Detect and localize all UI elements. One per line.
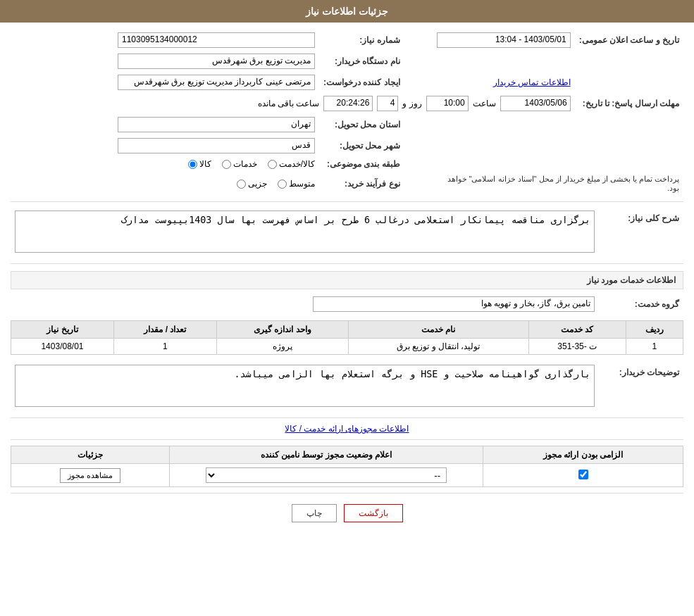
baqi-label: ساعت باقی مانده bbox=[258, 99, 320, 108]
cell-tarikh: 1403/08/01 bbox=[11, 339, 114, 355]
cell-radif: 1 bbox=[626, 339, 683, 355]
perm-col-joziyat: جزئیات bbox=[11, 446, 170, 464]
cell-vahed: پروژه bbox=[216, 339, 348, 355]
shenum-label: شماره نیاز: bbox=[319, 30, 404, 51]
sharh-label: شرح کلی نیاز: bbox=[599, 208, 683, 258]
shenum-value: 1103095134000012 bbox=[118, 32, 315, 48]
eijad-label: ایجاد کننده درخواست: bbox=[319, 72, 404, 93]
radio-kala[interactable]: کالا bbox=[188, 159, 211, 169]
farind-note: پرداخت تمام یا بخشی از مبلغ خریدار از مح… bbox=[433, 172, 683, 196]
services-table: ردیف کد خدمت نام خدمت واحد اندازه گیری ت… bbox=[11, 320, 683, 355]
khadamat-section-title: اطلاعات خدمات مورد نیاز bbox=[11, 271, 683, 289]
radio-kala-khadamat[interactable]: کالا/خدمت bbox=[268, 159, 315, 169]
perm-joziyat-cell: مشاهده مجوز bbox=[11, 464, 170, 487]
eijad-value: مرتضی عینی کاربرداز مدیریت توزیع برق شهر… bbox=[118, 75, 315, 90]
print-button[interactable]: چاپ bbox=[292, 504, 337, 522]
col-vahed: واحد اندازه گیری bbox=[216, 321, 348, 339]
contact-link[interactable]: اطلاعات تماس خریدار bbox=[493, 77, 571, 87]
ostan-label: استان محل تحویل: bbox=[319, 114, 404, 135]
view-license-button[interactable]: مشاهده مجوز bbox=[60, 468, 120, 483]
col-kod: کد خدمت bbox=[528, 321, 626, 339]
col-nam: نام خدمت bbox=[348, 321, 528, 339]
radio-kala-input[interactable] bbox=[188, 160, 197, 169]
tarikh-elan-label: تاریخ و ساعت اعلان عمومی: bbox=[575, 30, 683, 51]
cell-nam: تولید، انتقال و توزیع برق bbox=[348, 339, 528, 355]
dastgah-label: نام دستگاه خریدار: bbox=[319, 51, 404, 72]
mohlat-roz: 4 bbox=[377, 96, 398, 111]
radio-motavaset[interactable]: متوسط bbox=[278, 179, 315, 189]
mohlat-date: 1403/05/06 bbox=[500, 96, 571, 111]
mohlat-saat: 10:00 bbox=[426, 96, 469, 111]
col-tedad: تعداد / مقدار bbox=[113, 321, 216, 339]
radio-jozi[interactable]: جزیی bbox=[237, 179, 267, 189]
col-tarikh: تاریخ نیاز bbox=[11, 321, 114, 339]
ostan-value: تهران bbox=[118, 117, 315, 132]
radio-jozi-label: جزیی bbox=[248, 179, 267, 189]
table-row: --مشاهده مجوز bbox=[11, 464, 683, 487]
radio-jozi-input[interactable] bbox=[237, 180, 246, 189]
radio-khadamat-input[interactable] bbox=[222, 160, 231, 169]
perm-ealam-cell: -- bbox=[170, 464, 483, 487]
radio-motavaset-input[interactable] bbox=[278, 180, 287, 189]
radio-kala-khadamat-label: کالا/خدمت bbox=[279, 159, 315, 169]
goroh-value: تامین برق، گاز، بخار و تهویه هوا bbox=[313, 296, 595, 312]
col-radif: ردیف bbox=[626, 321, 683, 339]
buyer-notes-textarea[interactable]: بارگذاری گواهینامه صلاحیت و HSE و برگه ا… bbox=[15, 365, 595, 407]
table-row: 1ت -35-351تولید، انتقال و توزیع برقپروژه… bbox=[11, 339, 683, 355]
roz-label: روز و bbox=[402, 99, 421, 108]
tabaqe-label: طبقه بندی موضوعی: bbox=[319, 156, 404, 172]
elzami-checkbox[interactable] bbox=[578, 470, 588, 479]
mohlat-baqi: 20:24:26 bbox=[323, 96, 373, 111]
back-button[interactable]: بازگشت bbox=[344, 504, 403, 522]
ealam-select[interactable]: -- bbox=[206, 467, 447, 483]
page-header: جزئیات اطلاعات نیاز bbox=[0, 0, 694, 23]
radio-kala-label: کالا bbox=[199, 159, 211, 169]
perm-col-ealam: اعلام وضعیت مجوز توسط نامین کننده bbox=[170, 446, 483, 464]
dastgah-value: مدیریت توزیع برق شهرقدس bbox=[118, 54, 315, 69]
radio-khadamat[interactable]: خدمات bbox=[222, 159, 257, 169]
radio-motavaset-label: متوسط bbox=[289, 179, 315, 189]
farind-label: نوع فرآیند خرید: bbox=[319, 172, 404, 196]
goroh-label: گروه خدمت: bbox=[599, 294, 683, 315]
perm-col-elzami: الزامی بودن ارائه مجوز bbox=[483, 446, 683, 464]
tarikh-elan-value: 1403/05/01 - 13:04 bbox=[437, 32, 571, 48]
mohlat-label: مهلت ارسال پاسخ: تا تاریخ: bbox=[575, 93, 683, 114]
radio-khadamat-label: خدمات bbox=[233, 159, 257, 169]
sharh-textarea[interactable]: برگزاری مناقصه پیمانکار استعلامی درغالب … bbox=[15, 210, 595, 253]
buyer-notes-label: توضیحات خریدار: bbox=[599, 362, 683, 412]
action-buttons: بازگشت چاپ bbox=[11, 504, 683, 522]
cell-tedad: 1 bbox=[113, 339, 216, 355]
perm-elzami-cell bbox=[483, 464, 683, 487]
permissions-table: الزامی بودن ارائه مجوز اعلام وضعیت مجوز … bbox=[11, 446, 683, 487]
shahr-value: قدس bbox=[118, 138, 315, 153]
permissions-link[interactable]: اطلاعات مجوزهای ارائه خدمت / کالا bbox=[11, 424, 683, 434]
saat-label: ساعت bbox=[473, 99, 496, 108]
shahr-label: شهر محل تحویل: bbox=[319, 135, 404, 156]
radio-kala-khadamat-input[interactable] bbox=[268, 160, 277, 169]
cell-kod: ت -35-351 bbox=[528, 339, 626, 355]
